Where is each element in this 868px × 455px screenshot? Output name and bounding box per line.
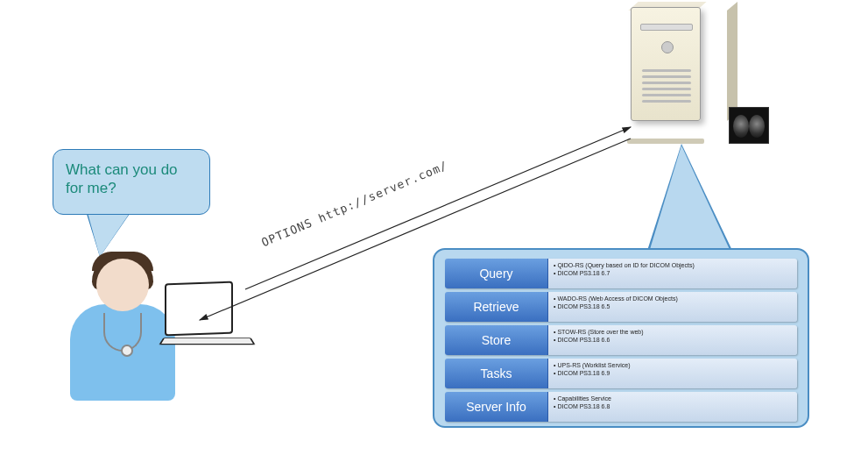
capability-row-tasks: Tasks UPS-RS (Worklist Service) DICOM PS… [445, 359, 797, 388]
capability-label: Server Info [445, 392, 548, 422]
capability-label: Retrieve [445, 292, 548, 322]
capability-details: UPS-RS (Worklist Service) DICOM PS3.18 6… [548, 359, 797, 388]
capability-row-serverinfo: Server Info Capabilities Service DICOM P… [445, 392, 797, 422]
capability-details: QIDO-RS (Query based on ID for DICOM Obj… [548, 259, 797, 288]
medical-scan-thumbnail [729, 107, 769, 144]
capability-label: Store [445, 325, 548, 355]
capability-row-query: Query QIDO-RS (Query based on ID for DIC… [445, 259, 797, 288]
capability-row-retrieve: Retrieve WADO-RS (Web Access of DICOM Ob… [445, 292, 797, 322]
capability-details: Capabilities Service DICOM PS3.18 6.8 [548, 392, 797, 422]
server-callout-tail [648, 146, 732, 255]
user-person-icon [70, 259, 175, 416]
server-tower-icon [631, 7, 727, 139]
http-request-label: OPTIONS http://server.com/ [259, 159, 449, 249]
capability-details: STOW-RS (Store over the web) DICOM PS3.1… [548, 325, 797, 355]
question-speech-bubble: What can you do for me? [53, 149, 210, 215]
server-capabilities-callout: Query QIDO-RS (Query based on ID for DIC… [433, 248, 809, 428]
capability-label: Tasks [445, 359, 548, 388]
question-text: What can you do for me? [66, 161, 178, 196]
laptop-icon [165, 282, 270, 366]
capability-label: Query [445, 259, 548, 288]
capability-row-store: Store STOW-RS (Store over the web) DICOM… [445, 325, 797, 355]
speech-bubble-tail [88, 213, 130, 257]
capability-details: WADO-RS (Web Access of DICOM Objects) DI… [548, 292, 797, 322]
